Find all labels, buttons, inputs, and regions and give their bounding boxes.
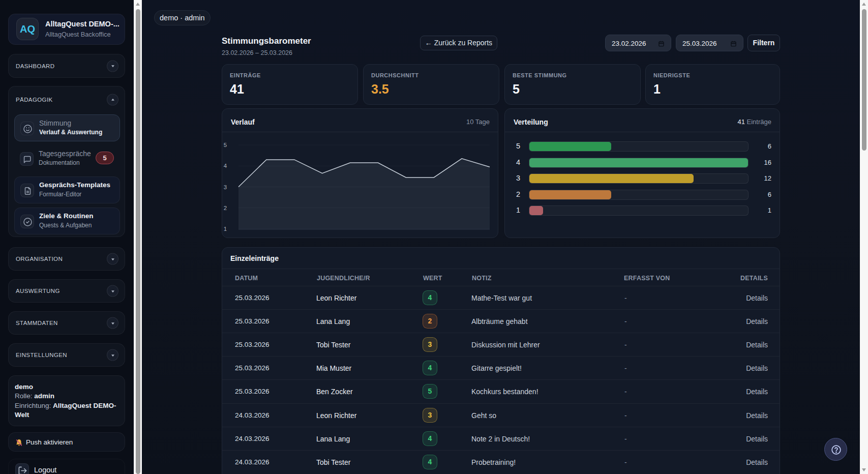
svg-text:2: 2 <box>224 205 227 211</box>
svg-text:4: 4 <box>224 163 227 169</box>
svg-text:3: 3 <box>224 184 227 190</box>
svg-text:5: 5 <box>224 142 227 148</box>
svg-text:1: 1 <box>224 226 227 232</box>
